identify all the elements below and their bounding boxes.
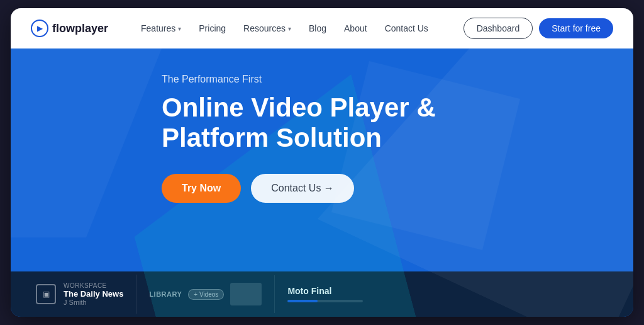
nav-features[interactable]: Features ▾ xyxy=(133,20,189,37)
logo-icon: ▶ xyxy=(31,20,48,37)
play-icon: ▶ xyxy=(37,24,43,33)
dashboard-button[interactable]: Dashboard xyxy=(464,18,533,39)
hero-buttons: Try Now Contact Us → xyxy=(162,174,633,203)
nav-contact[interactable]: Contact Us xyxy=(377,20,436,37)
nav-links: Features ▾ Pricing Resources ▾ Blog Abou… xyxy=(133,20,464,37)
page-wrapper: ▶ flowplayer Features ▾ Pricing Resource… xyxy=(11,8,633,317)
hero-subtitle: The Performance First xyxy=(162,74,633,85)
nav-resources[interactable]: Resources ▾ xyxy=(236,20,299,37)
hero-content: The Performance First Online Video Playe… xyxy=(11,48,633,271)
hero-title: Online Video Player & Platform Solution xyxy=(162,93,633,154)
try-now-button[interactable]: Try Now xyxy=(162,174,241,203)
contact-us-button[interactable]: Contact Us → xyxy=(251,174,354,203)
nav-about[interactable]: About xyxy=(336,20,375,37)
nav-pricing[interactable]: Pricing xyxy=(191,20,233,37)
navbar: ▶ flowplayer Features ▾ Pricing Resource… xyxy=(11,8,633,48)
start-for-free-button[interactable]: Start for free xyxy=(539,18,613,38)
logo-text: flowplayer xyxy=(52,22,108,35)
nav-blog[interactable]: Blog xyxy=(301,20,334,37)
nav-actions: Dashboard Start for free xyxy=(464,18,613,39)
logo[interactable]: ▶ flowplayer xyxy=(31,20,108,37)
resources-chevron: ▾ xyxy=(288,25,291,32)
hero-section: The Performance First Online Video Playe… xyxy=(11,48,633,317)
features-chevron: ▾ xyxy=(178,25,181,32)
